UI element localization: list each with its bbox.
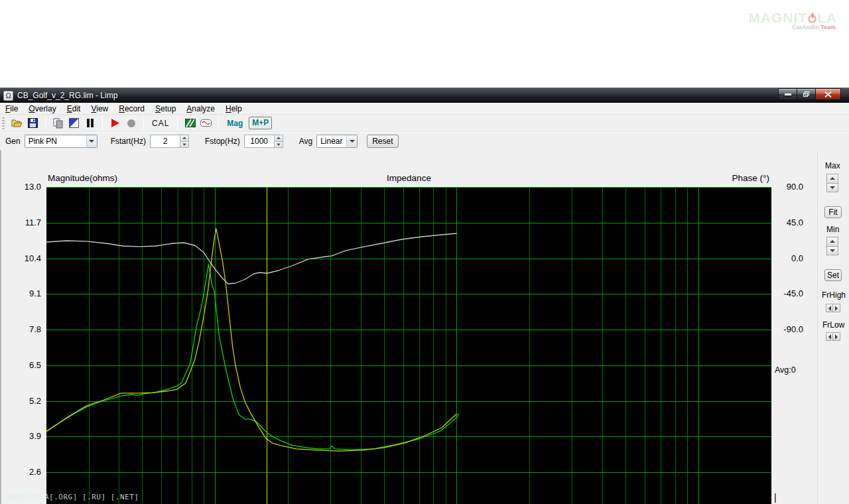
toolbar-separator — [218, 117, 219, 130]
fstop-input[interactable] — [244, 135, 274, 148]
fstart-input[interactable] — [150, 135, 180, 148]
avg-label: Avg — [299, 137, 312, 146]
max-spinner — [826, 174, 838, 192]
reset-button[interactable]: Reset — [367, 135, 398, 148]
text-caret-mark — [775, 493, 776, 503]
menu-item-help[interactable]: Help — [220, 103, 247, 115]
averaging-value: Linear — [320, 137, 342, 146]
phase-axis-title: Phase (°) — [732, 173, 769, 183]
mag-tick-5.2: 5.2 — [29, 396, 41, 406]
frlow-right-button[interactable] — [833, 332, 840, 341]
chevron-up-icon — [830, 177, 835, 180]
generator-icon[interactable] — [200, 117, 212, 129]
fstop-spinedit — [244, 135, 283, 148]
frhigh-left-button[interactable] — [826, 304, 833, 312]
calibrate-button[interactable]: CAL — [151, 119, 170, 128]
max-down-button[interactable] — [826, 184, 838, 193]
panel-divider — [817, 151, 818, 504]
start-record-icon[interactable] — [109, 117, 121, 129]
fit-button[interactable]: Fit — [824, 206, 842, 218]
watermark-text: MAGNITOLA[.ORG] [.RU] [.NET] — [7, 493, 139, 501]
menu-item-record[interactable]: Record — [113, 103, 150, 115]
fstop-spin-up-button[interactable] — [274, 135, 283, 142]
fstart-label: Fstart(Hz) — [111, 137, 146, 146]
fstop-spin-down-button[interactable] — [274, 142, 283, 149]
fstart-spin-up-button[interactable] — [180, 135, 189, 142]
invert-background-icon[interactable] — [68, 117, 80, 129]
stop-record-icon[interactable] — [125, 117, 137, 129]
impedance-plot[interactable] — [46, 187, 771, 504]
pause-icon[interactable] — [84, 117, 96, 129]
chevron-down-icon — [830, 249, 835, 252]
chevron-up-icon — [830, 240, 835, 243]
magnitude-view-button[interactable]: Mag — [226, 119, 244, 128]
close-icon — [824, 92, 832, 97]
mag-tick-13.0: 13.0 — [25, 182, 41, 192]
chevron-down-icon — [830, 186, 835, 189]
frhigh-label: FrHigh — [822, 290, 846, 300]
max-up-button[interactable] — [826, 174, 838, 184]
mag-tick-10.4: 10.4 — [25, 253, 41, 263]
mag-tick-6.5: 6.5 — [29, 360, 41, 370]
toolbar-separator — [45, 117, 46, 130]
min-spinner — [826, 237, 838, 255]
chevron-left-icon — [828, 306, 831, 311]
frhigh-arrows — [826, 304, 840, 312]
close-button[interactable] — [815, 88, 841, 100]
chevron-down-icon — [277, 143, 281, 145]
combo-dropdown-zone[interactable] — [86, 135, 97, 147]
phase-tick-0.0: 0.0 — [791, 253, 803, 263]
toolbar-separator — [143, 117, 144, 130]
combo-dropdown-zone[interactable] — [346, 135, 357, 147]
rlc-measure-icon[interactable] — [184, 117, 196, 129]
phase-tick-45.0: 45.0 — [787, 218, 803, 227]
menu-item-edit[interactable]: Edit — [62, 103, 86, 115]
max-label: Max — [825, 161, 840, 170]
toolbar: CAL Mag M+P — [0, 115, 849, 132]
screen: MAGNITLA CarAudio Team Ω CB_Golf_v_2_RG.… — [0, 0, 849, 504]
copy-icon[interactable] — [52, 117, 64, 129]
min-down-button[interactable] — [826, 247, 838, 256]
fstart-spinedit — [150, 135, 189, 148]
magnitude-phase-view-button[interactable]: M+P — [249, 117, 272, 129]
frlow-label: FrLow — [822, 320, 844, 330]
generator-controls: Gen Pink PN Fstart(Hz) Fstop(Hz) Avg Lin… — [0, 133, 849, 150]
phase-tick--45.0: -45.0 — [783, 288, 803, 298]
chevron-left-icon — [828, 334, 831, 340]
mag-tick-3.9: 3.9 — [29, 431, 41, 441]
phase-tick--90.0: -90.0 — [783, 324, 803, 334]
chevron-down-icon — [89, 140, 94, 143]
menu-item-analyze[interactable]: Analyze — [181, 103, 220, 115]
fstart-spinner — [180, 135, 189, 148]
chevron-down-icon — [182, 143, 186, 145]
frlow-left-button[interactable] — [826, 332, 833, 341]
impedance-plot-svg — [46, 187, 771, 504]
mag-tick-7.8: 7.8 — [29, 324, 41, 334]
mag-tick-2.6: 2.6 — [29, 467, 41, 477]
menu-bar: FileOverlayEditViewRecordSetupAnalyzeHel… — [0, 103, 849, 115]
avg-counter-readout: Avg:0 — [775, 365, 796, 375]
chart-title: Impedance — [46, 173, 771, 183]
min-up-button[interactable] — [826, 237, 838, 247]
fstop-label: Fstop(Hz) — [205, 137, 240, 146]
frlow-arrows — [826, 332, 840, 341]
power-o-icon — [808, 15, 816, 23]
toolbar-separator — [102, 117, 103, 130]
title-bar: Ω CB_Golf_v_2_RG.lim - Limp — [0, 88, 849, 103]
fstop-spinner — [274, 135, 283, 148]
chevron-down-icon — [350, 140, 355, 143]
mag-tick-11.7: 11.7 — [25, 218, 41, 227]
chevron-right-icon — [835, 334, 838, 340]
mag-tick-9.1: 9.1 — [29, 288, 41, 298]
chevron-up-icon — [277, 137, 281, 139]
magnitude-axis-ticks: 13.011.710.49.17.86.55.23.92.6 — [0, 0, 42, 504]
fstart-spin-down-button[interactable] — [180, 142, 189, 149]
chevron-right-icon — [835, 306, 838, 311]
frhigh-right-button[interactable] — [833, 304, 840, 312]
menu-item-setup[interactable]: Setup — [150, 103, 181, 115]
phase-axis-ticks: 90.045.00.0-45.0-90.0 — [772, 0, 805, 504]
set-button[interactable]: Set — [824, 269, 842, 281]
averaging-select[interactable]: Linear — [316, 135, 358, 148]
chevron-up-icon — [182, 137, 186, 139]
menu-item-view[interactable]: View — [86, 103, 113, 115]
